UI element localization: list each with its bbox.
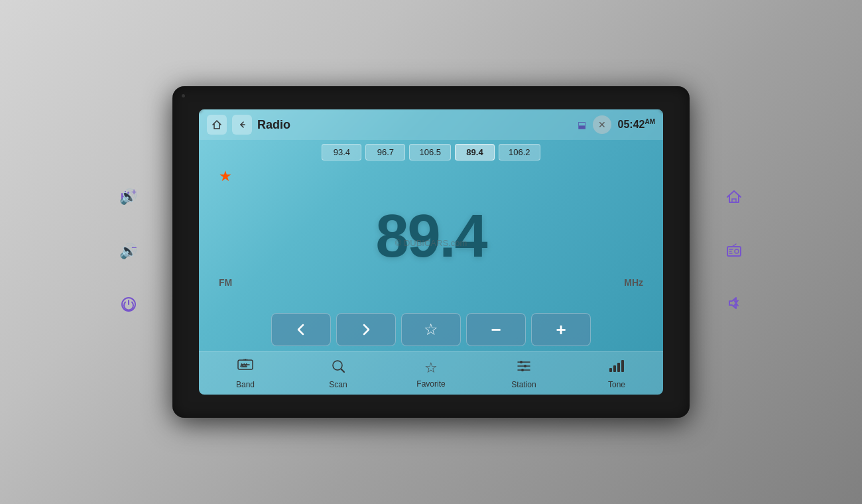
favorite-star-icon[interactable]: ★ [219,168,232,185]
volume-up-button[interactable]: 🔊 + [119,187,138,210]
tone-icon [608,359,625,377]
preset-1[interactable]: 93.4 [322,144,361,160]
preset-2[interactable]: 96.7 [365,144,405,160]
preset-5[interactable]: 106.2 [499,144,540,160]
volume-down-button[interactable]: 🔊 − [119,241,138,264]
top-bar: Radio ⬓ ✕ 05:42AM [199,109,663,140]
preset-3[interactable]: 106.5 [409,144,451,160]
favorite-label: Favorite [416,379,445,389]
time-value: 05:42 [618,119,645,131]
camera-dot [182,94,185,97]
top-bar-right: ⬓ ✕ 05:42AM [578,115,655,134]
svg-rect-14 [609,368,612,372]
bottom-nav: AM Band Scan ☆ Favorit [199,351,663,395]
right-side-buttons [725,188,743,316]
page-title: Radio [257,118,290,132]
band-nav-item[interactable]: AM Band [199,352,292,395]
svg-point-12 [524,365,526,367]
home-button-right[interactable] [725,188,743,210]
preset-4[interactable]: 89.4 [455,144,495,160]
time-suffix: AM [645,118,655,125]
svg-text:+: + [131,187,137,197]
svg-point-13 [521,369,524,371]
power-button[interactable] [120,296,137,317]
volume-decrease-button[interactable]: − [466,313,526,346]
svg-text:AM: AM [240,363,247,367]
band-label-nav: Band [236,380,255,389]
radio-button-right[interactable] [725,241,743,263]
station-nav-item[interactable]: Station [477,352,570,395]
svg-point-11 [520,361,523,363]
presets-bar: 93.4 96.7 106.5 89.4 106.2 [199,140,663,164]
band-label: FM [219,277,232,288]
favorite-nav-item[interactable]: ☆ Favorite [385,352,477,395]
bluetooth-icon: ⬓ [578,119,586,130]
car-interior: 🔊 + 🔊 − [0,0,862,504]
time-display: 05:42AM [618,118,655,131]
svg-point-7 [735,249,739,253]
next-button[interactable] [336,313,396,346]
favorite-nav-icon: ☆ [424,359,438,377]
mhz-label: MHz [624,277,643,288]
frequency-number: 89.4 [375,206,486,266]
close-button[interactable]: ✕ [593,115,611,134]
svg-rect-15 [613,365,616,372]
tone-label: Tone [608,380,625,389]
svg-rect-17 [621,360,624,372]
radio-screen: Radio ⬓ ✕ 05:42AM 93.4 96.7 106.5 89.4 1… [199,109,663,395]
home-button[interactable] [207,115,227,135]
tone-nav-item[interactable]: Tone [570,352,663,395]
controls-row: ☆ − + [199,308,663,351]
prev-button[interactable] [271,313,331,346]
back-button[interactable] [232,115,252,135]
scan-label: Scan [329,380,347,389]
frequency-display: ★ FM MHz 89.4 © DUBICARS.com [199,164,663,308]
favorite-button[interactable]: ☆ [401,313,461,346]
band-icon: AM [237,359,254,377]
scan-nav-item[interactable]: Scan [292,352,385,395]
svg-rect-16 [617,363,620,372]
left-side-buttons: 🔊 + 🔊 − [119,187,138,317]
svg-rect-5 [732,199,736,202]
station-icon [516,359,532,377]
mute-button[interactable] [725,294,743,316]
station-label: Station [511,380,536,389]
svg-text:−: − [131,242,137,253]
head-unit: 🔊 + 🔊 − [172,86,690,418]
scan-icon [331,359,345,377]
volume-increase-button[interactable]: + [531,313,591,346]
top-bar-left: Radio [207,115,290,135]
